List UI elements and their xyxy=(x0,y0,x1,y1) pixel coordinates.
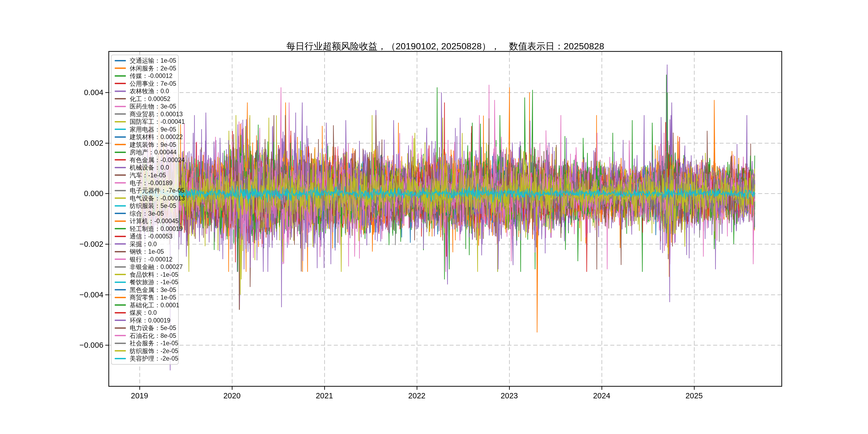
legend-line-swatch xyxy=(115,91,126,92)
legend-line-swatch xyxy=(115,335,126,336)
legend-line-swatch xyxy=(115,197,126,199)
legend-line-swatch xyxy=(115,350,126,351)
legend-label: 建筑材料：0.00022 xyxy=(130,134,183,140)
legend-line-swatch xyxy=(115,236,126,237)
legend-line-swatch xyxy=(115,152,126,153)
legend-line-swatch xyxy=(115,83,126,84)
legend-item: 机械设备：0.0 xyxy=(115,164,177,170)
legend-label: 银行：-0.00012 xyxy=(130,256,173,262)
legend-item: 银行：-0.00012 xyxy=(115,256,177,262)
legend-label: 机械设备：0.0 xyxy=(130,164,169,170)
legend-line-swatch xyxy=(115,98,126,99)
legend-label: 计算机：-0.00045 xyxy=(130,218,179,224)
legend-label: 家用电器：9e-05 xyxy=(130,126,176,133)
legend-label: 电子元器件：-7e-05 xyxy=(130,187,184,194)
legend-item: 有色金属：-0.00024 xyxy=(115,157,177,163)
y-tick-label: −0.002 xyxy=(32,240,103,249)
legend-label: 传媒：-0.00012 xyxy=(130,72,173,79)
legend-label: 非银金融：0.00027 xyxy=(130,264,183,270)
legend-item: 美容护理：-2e-05 xyxy=(115,355,177,362)
y-tick-label: 0.002 xyxy=(32,138,103,148)
legend-item: 黑色金属：3e-05 xyxy=(115,287,177,293)
legend-item: 纺织服饰：-2e-05 xyxy=(115,348,177,354)
legend-label: 餐饮旅游：-1e-05 xyxy=(130,279,178,285)
legend-line-swatch xyxy=(115,320,126,321)
legend-label: 电力设备：5e-05 xyxy=(130,325,176,331)
legend-item: 基础化工：0.0001 xyxy=(115,302,177,308)
legend-item: 计算机：-0.00045 xyxy=(115,218,177,224)
legend-label: 通信：-0.00053 xyxy=(130,233,173,240)
legend-line-swatch xyxy=(115,258,126,260)
legend-label: 电子：-0.00189 xyxy=(130,180,173,186)
legend-label: 煤炭：0.0 xyxy=(130,309,157,316)
y-tick-label: −0.004 xyxy=(32,290,103,299)
legend-label: 建筑装饰：9e-05 xyxy=(130,142,176,148)
legend-line-swatch xyxy=(115,358,126,359)
y-tick-label: −0.006 xyxy=(32,341,103,350)
legend-label: 公用事业：7e-05 xyxy=(130,81,176,87)
legend-label: 商业贸易：0.00013 xyxy=(130,111,183,117)
legend-label: 纺织服装：5e-05 xyxy=(130,203,176,209)
legend-item: 非银金融：0.00027 xyxy=(115,264,177,270)
legend-item: 建筑材料：0.00022 xyxy=(115,134,177,140)
legend-line-swatch xyxy=(115,297,126,298)
legend-item: 交通运输：1e-05 xyxy=(115,57,177,64)
x-tick-label: 2019 xyxy=(121,391,158,400)
legend-line-swatch xyxy=(115,304,126,306)
legend-label: 轻工制造：0.00019 xyxy=(130,225,183,232)
legend-label: 化工：0.00052 xyxy=(130,96,170,102)
legend-line-swatch xyxy=(115,190,126,191)
legend-item: 轻工制造：0.00019 xyxy=(115,225,177,232)
legend-line-swatch xyxy=(115,159,126,160)
legend-item: 家用电器：9e-05 xyxy=(115,126,177,133)
legend-line-swatch xyxy=(115,328,126,329)
legend-line-swatch xyxy=(115,274,126,275)
legend-item: 采掘：0.0 xyxy=(115,241,177,247)
legend-label: 国防军工：-0.00041 xyxy=(130,118,185,125)
legend-item: 房地产：0.00044 xyxy=(115,149,177,155)
legend-label: 商贸零售：1e-05 xyxy=(130,294,176,301)
legend-line-swatch xyxy=(115,136,126,138)
legend-label: 有色金属：-0.00024 xyxy=(130,157,185,163)
legend-item: 医药生物：3e-05 xyxy=(115,103,177,110)
y-tick-label: 0.004 xyxy=(32,88,103,97)
legend-item: 商贸零售：1e-05 xyxy=(115,294,177,301)
legend-line-swatch xyxy=(115,175,126,176)
legend-item: 商业贸易：0.00013 xyxy=(115,111,177,117)
legend-label: 房地产：0.00044 xyxy=(130,149,177,155)
legend-item: 公用事业：7e-05 xyxy=(115,81,177,87)
chart-title: 每日行业超额风险收益，（20190102, 20250828）， 数值表示日：2… xyxy=(109,41,782,52)
x-tick-label: 2025 xyxy=(675,391,713,400)
legend-line-swatch xyxy=(115,312,126,313)
legend-label: 电气设备：-0.00013 xyxy=(130,195,185,202)
x-tick-label: 2021 xyxy=(306,391,343,400)
legend-item: 餐饮旅游：-1e-05 xyxy=(115,279,177,285)
x-tick-label: 2024 xyxy=(583,391,620,400)
legend-item: 电力设备：5e-05 xyxy=(115,325,177,331)
legend-item: 化工：0.00052 xyxy=(115,96,177,102)
legend-label: 社会服务：-1e-05 xyxy=(130,340,178,346)
legend-item: 农林牧渔：0.0 xyxy=(115,88,177,94)
legend-line-swatch xyxy=(115,60,126,61)
legend-line-swatch xyxy=(115,266,126,268)
legend-item: 综合：3e-05 xyxy=(115,210,177,217)
legend-label: 黑色金属：3e-05 xyxy=(130,287,176,293)
legend-item: 钢铁：1e-05 xyxy=(115,248,177,255)
x-tick-label: 2022 xyxy=(398,391,436,400)
legend-line-swatch xyxy=(115,75,126,76)
legend-line-swatch xyxy=(115,243,126,245)
legend-label: 交通运输：1e-05 xyxy=(130,57,176,64)
legend-label: 综合：3e-05 xyxy=(130,210,164,217)
legend-line-swatch xyxy=(115,67,126,69)
legend-line-swatch xyxy=(115,121,126,122)
legend-item: 电子元器件：-7e-05 xyxy=(115,187,177,194)
legend-line-swatch xyxy=(115,144,126,145)
legend-line-swatch xyxy=(115,167,126,168)
legend-line-swatch xyxy=(115,182,126,184)
legend-label: 钢铁：1e-05 xyxy=(130,248,164,255)
legend-item: 国防军工：-0.00041 xyxy=(115,118,177,125)
legend: 交通运输：1e-05休闲服务：2e-05传媒：-0.00012公用事业：7e-0… xyxy=(111,55,179,365)
legend-label: 美容护理：-2e-05 xyxy=(130,355,178,362)
legend-label: 环保：0.00019 xyxy=(130,317,170,323)
legend-item: 电子：-0.00189 xyxy=(115,180,177,186)
